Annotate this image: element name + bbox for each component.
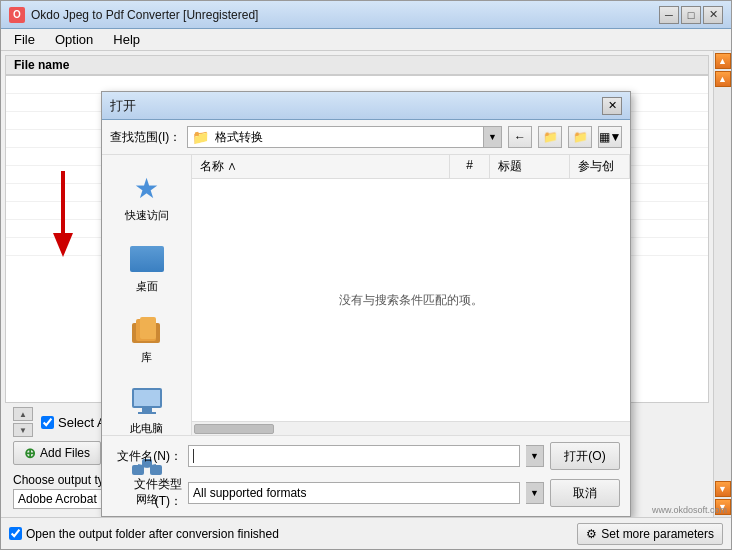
filetype-row: 文件类型(T)： All supported formats ▼ 取消 xyxy=(112,476,620,510)
svg-rect-7 xyxy=(142,408,152,412)
open-button[interactable]: 打开(O) xyxy=(550,442,620,470)
dialog-file-area: 名称 ∧ # 标题 参与创 xyxy=(192,155,630,435)
back-button[interactable]: ← xyxy=(508,126,532,148)
menu-option[interactable]: Option xyxy=(46,29,102,50)
filename-row: 文件名(N)： ▼ 打开(O) xyxy=(112,442,620,470)
location-dropdown-arrow[interactable]: ▼ xyxy=(483,127,501,147)
cancel-button[interactable]: 取消 xyxy=(550,479,620,507)
menu-file[interactable]: File xyxy=(5,29,44,50)
sidebar-nav-desktop[interactable]: 桌面 xyxy=(106,234,187,301)
filename-input[interactable] xyxy=(188,445,520,467)
desktop-label: 桌面 xyxy=(136,279,158,294)
filetype-dropdown[interactable]: All supported formats xyxy=(188,482,520,504)
app-icon: O xyxy=(9,7,25,23)
filetype-dropdown-arrow[interactable]: ▼ xyxy=(526,482,544,504)
svg-rect-4 xyxy=(140,317,156,339)
col-name[interactable]: 名称 ∧ xyxy=(192,155,450,178)
dialog-toolbar: 查找范围(I)： 📁 格式转换 ▼ ← 📁 📁 ▦▼ xyxy=(102,120,630,155)
set-params-button[interactable]: ⚙ Set more parameters xyxy=(577,523,723,545)
new-folder-button[interactable]: 📁 xyxy=(568,126,592,148)
title-bar: O Okdo Jpeg to Pdf Converter [Unregister… xyxy=(1,1,731,29)
dialog-title-bar: 打开 ✕ xyxy=(102,92,630,120)
open-folder-checkbox[interactable] xyxy=(9,527,22,540)
filetype-value: All supported formats xyxy=(193,486,306,500)
bottom-bar: Open the output folder after conversion … xyxy=(1,517,731,549)
view-toggle-button[interactable]: ▦▼ xyxy=(598,126,622,148)
dialog-sidebar: ★ 快速访问 桌面 xyxy=(102,155,192,435)
sidebar-nav-quick-access[interactable]: ★ 快速访问 xyxy=(106,163,187,230)
open-folder-label: Open the output folder after conversion … xyxy=(26,527,279,541)
open-file-dialog: 打开 ✕ 查找范围(I)： 📁 格式转换 ▼ ← 📁 📁 ▦▼ xyxy=(101,91,631,517)
folder-icon: 📁 xyxy=(188,129,213,145)
folder-up-button[interactable]: 📁 xyxy=(538,126,562,148)
filename-dropdown-arrow[interactable]: ▼ xyxy=(526,445,544,467)
location-dropdown[interactable]: 📁 格式转换 ▼ xyxy=(187,126,502,148)
col-title[interactable]: 标题 xyxy=(490,155,570,178)
horizontal-scrollbar[interactable] xyxy=(192,421,630,435)
sidebar-nav-library[interactable]: 库 xyxy=(106,305,187,372)
title-buttons: ─ □ ✕ xyxy=(659,6,723,24)
pc-label: 此电脑 xyxy=(130,421,163,436)
title-bar-left: O Okdo Jpeg to Pdf Converter [Unregister… xyxy=(9,7,258,23)
col-hash[interactable]: # xyxy=(450,155,490,178)
sidebar-nav-pc[interactable]: 此电脑 xyxy=(106,376,187,443)
svg-rect-6 xyxy=(134,390,160,406)
desktop-icon xyxy=(129,241,165,277)
minimize-button[interactable]: ─ xyxy=(659,6,679,24)
quick-access-label: 快速访问 xyxy=(125,208,169,223)
menu-help[interactable]: Help xyxy=(104,29,149,50)
close-button[interactable]: ✕ xyxy=(703,6,723,24)
main-content: File name xyxy=(1,51,731,517)
h-scroll-thumb[interactable] xyxy=(194,424,274,434)
dialog-file-header: 名称 ∧ # 标题 参与创 xyxy=(192,155,630,179)
filename-label: 文件名(N)： xyxy=(112,448,182,465)
col-extra[interactable]: 参与创 xyxy=(570,155,630,178)
cursor xyxy=(193,449,194,463)
library-icon xyxy=(129,312,165,348)
svg-rect-8 xyxy=(138,412,156,414)
app-title: Okdo Jpeg to Pdf Converter [Unregistered… xyxy=(31,8,258,22)
dialog-bottom: 文件名(N)： ▼ 打开(O) 文件类型(T)： All supported f… xyxy=(102,435,630,516)
maximize-button[interactable]: □ xyxy=(681,6,701,24)
empty-message: 没有与搜索条件匹配的项。 xyxy=(192,179,630,421)
location-value: 格式转换 xyxy=(213,129,483,146)
location-label: 查找范围(I)： xyxy=(110,129,181,146)
gear-icon: ⚙ xyxy=(586,527,597,541)
menu-bar: File Option Help xyxy=(1,29,731,51)
open-folder-checkbox-group: Open the output folder after conversion … xyxy=(9,527,279,541)
dialog-close-button[interactable]: ✕ xyxy=(602,97,622,115)
library-label: 库 xyxy=(141,350,152,365)
quick-access-icon: ★ xyxy=(129,170,165,206)
filetype-label: 文件类型(T)： xyxy=(112,476,182,510)
pc-icon xyxy=(129,383,165,419)
dialog-title: 打开 xyxy=(110,97,136,115)
dialog-overlay: 打开 ✕ 查找范围(I)： 📁 格式转换 ▼ ← 📁 📁 ▦▼ xyxy=(1,51,731,517)
app-window: O Okdo Jpeg to Pdf Converter [Unregister… xyxy=(0,0,732,550)
dialog-body: ★ 快速访问 桌面 xyxy=(102,155,630,435)
set-params-label: Set more parameters xyxy=(601,527,714,541)
